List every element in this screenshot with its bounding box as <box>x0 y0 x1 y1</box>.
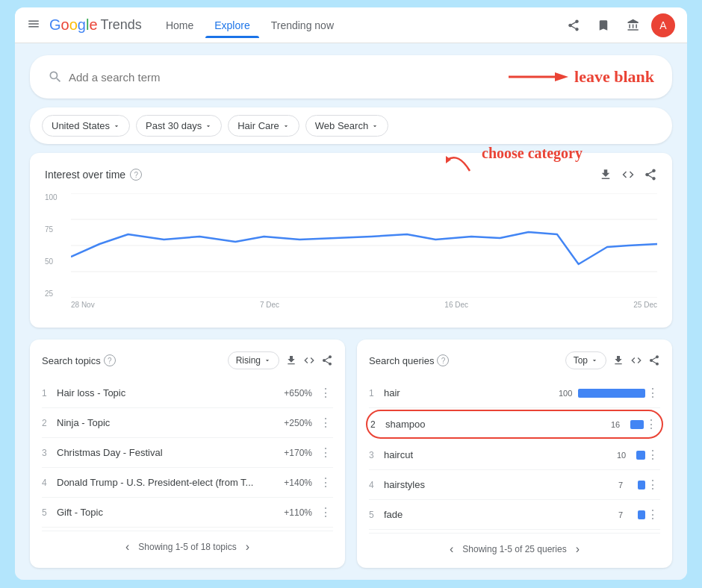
nav-links: Home Explore Trending now <box>157 13 562 37</box>
download-icon[interactable] <box>599 168 612 181</box>
search-icon <box>48 69 63 84</box>
filter-time[interactable]: Past 30 days <box>136 115 222 137</box>
sort-chevron-icon <box>264 357 271 364</box>
y-axis: 100 75 50 25 <box>45 193 67 298</box>
annotation-blank: leave blank <box>509 67 654 87</box>
chevron-down-icon <box>113 122 120 130</box>
filter-type[interactable]: Web Search <box>305 115 388 137</box>
topics-share-icon[interactable] <box>321 354 333 366</box>
query-2-more-icon[interactable]: ⋮ <box>644 417 659 431</box>
chevron-down-icon <box>205 122 212 130</box>
filters-section: United States Past 30 days Hair Care Web… <box>30 107 672 144</box>
chart-title: Interest over time ? <box>45 169 142 181</box>
chart-svg-container <box>71 193 657 298</box>
bar-5 <box>638 510 645 519</box>
search-queries-card: Search queries ? Top 1 <box>357 340 672 568</box>
query-1-more-icon[interactable]: ⋮ <box>645 386 660 400</box>
logo-trends: Trends <box>101 17 142 33</box>
queries-info-icon[interactable]: ? <box>437 354 449 366</box>
logo: Google Trends <box>49 16 142 34</box>
logo-text: Google <box>49 16 98 34</box>
annotation-category-container: choose category <box>440 145 583 175</box>
topic-item-2: 2 Ninja - Topic +250% ⋮ <box>42 408 333 438</box>
topic-item-5: 5 Gift - Topic +110% ⋮ <box>42 498 333 528</box>
query-item-4: 4 hairstyles 7 ⋮ <box>369 470 660 500</box>
topics-download-icon[interactable] <box>285 354 297 366</box>
query-item-5: 5 fade 7 ⋮ <box>369 500 660 530</box>
arrow-right-icon <box>509 68 568 86</box>
apps-icon[interactable] <box>621 13 645 37</box>
query-3-more-icon[interactable]: ⋮ <box>645 448 660 462</box>
query-2-bar: 16 <box>611 420 644 429</box>
topics-prev-icon[interactable]: ‹ <box>125 540 129 554</box>
queries-footer: ‹ Showing 1-5 of 25 queries › <box>369 533 660 556</box>
svg-marker-1 <box>555 72 568 81</box>
topics-controls: Rising <box>228 351 333 369</box>
header-actions: A <box>562 13 675 37</box>
chart-info-icon[interactable]: ? <box>130 169 142 181</box>
queries-sort-chevron-icon <box>591 357 598 364</box>
x-axis: 28 Nov 7 Dec 16 Dec 25 Dec <box>71 301 657 309</box>
share-icon[interactable] <box>562 13 585 37</box>
queries-prev-icon[interactable]: ‹ <box>450 542 453 556</box>
topic-item-1: 1 Hair loss - Topic +650% ⋮ <box>42 378 333 408</box>
search-section: leave blank <box>30 55 672 98</box>
chevron-down-icon <box>282 122 290 130</box>
queries-share-icon[interactable] <box>648 354 660 366</box>
main-container: Google Trends Home Explore Trending now <box>15 7 687 580</box>
menu-icon[interactable] <box>27 17 40 34</box>
topics-next-icon[interactable]: › <box>246 540 249 554</box>
nav-home[interactable]: Home <box>157 13 202 37</box>
topic-item-4: 4 Donald Trump - U.S. President-elect (f… <box>42 468 333 498</box>
chart-area: 100 75 50 25 <box>45 193 657 313</box>
query-1-bar: 100 <box>559 389 645 398</box>
queries-sort[interactable]: Top <box>565 351 606 369</box>
query-item-3: 3 haircut 10 ⋮ <box>369 440 660 470</box>
queries-card-header: Search queries ? Top <box>369 351 660 369</box>
search-topics-card: Search topics ? Rising 1 <box>30 340 345 568</box>
header: Google Trends Home Explore Trending now <box>15 7 687 43</box>
bar-4 <box>638 481 645 490</box>
query-5-bar: 7 <box>618 510 645 519</box>
line-chart <box>71 193 657 298</box>
share-chart-icon[interactable] <box>644 168 657 181</box>
avatar[interactable]: A <box>651 13 675 37</box>
query-4-more-icon[interactable]: ⋮ <box>645 478 660 492</box>
queries-controls: Top <box>565 351 660 369</box>
code-icon[interactable] <box>621 168 635 181</box>
query-4-bar: 7 <box>618 481 645 490</box>
nav-explore[interactable]: Explore <box>205 13 258 37</box>
content: leave blank United States Past 30 days H… <box>15 43 687 580</box>
topic-4-more-icon[interactable]: ⋮ <box>318 475 333 490</box>
topics-sort[interactable]: Rising <box>228 351 279 369</box>
queries-download-icon[interactable] <box>612 354 624 366</box>
search-input[interactable] <box>69 71 497 84</box>
bottom-row: Search topics ? Rising 1 <box>30 340 672 568</box>
query-5-more-icon[interactable]: ⋮ <box>645 507 660 522</box>
queries-code-icon[interactable] <box>630 354 642 366</box>
topic-5-more-icon[interactable]: ⋮ <box>318 505 333 519</box>
curved-arrow-icon <box>440 145 477 175</box>
bar-1 <box>578 389 645 398</box>
topics-card-header: Search topics ? Rising <box>42 351 333 369</box>
annotation-blank-text: leave blank <box>574 67 654 87</box>
topic-3-more-icon[interactable]: ⋮ <box>318 445 333 460</box>
topics-info-icon[interactable]: ? <box>104 354 116 366</box>
queries-title: Search queries ? <box>369 354 449 366</box>
queries-next-icon[interactable]: › <box>576 542 580 556</box>
chart-actions <box>599 168 657 181</box>
filters-row: United States Past 30 days Hair Care Web… <box>30 107 672 144</box>
topic-1-more-icon[interactable]: ⋮ <box>318 386 333 400</box>
nav-trending[interactable]: Trending now <box>262 13 343 37</box>
query-3-bar: 10 <box>617 451 645 460</box>
svg-marker-2 <box>446 156 451 163</box>
bookmark-icon[interactable] <box>591 13 615 37</box>
topics-code-icon[interactable] <box>303 354 315 366</box>
topic-2-more-icon[interactable]: ⋮ <box>318 416 333 430</box>
filter-category[interactable]: Hair Care <box>228 115 299 137</box>
filter-region[interactable]: United States <box>42 115 130 137</box>
query-item-1: 1 hair 100 ⋮ <box>369 378 660 408</box>
bar-2 <box>630 420 644 429</box>
topics-footer: ‹ Showing 1-5 of 18 topics › <box>42 531 333 554</box>
search-box: leave blank <box>30 55 672 98</box>
